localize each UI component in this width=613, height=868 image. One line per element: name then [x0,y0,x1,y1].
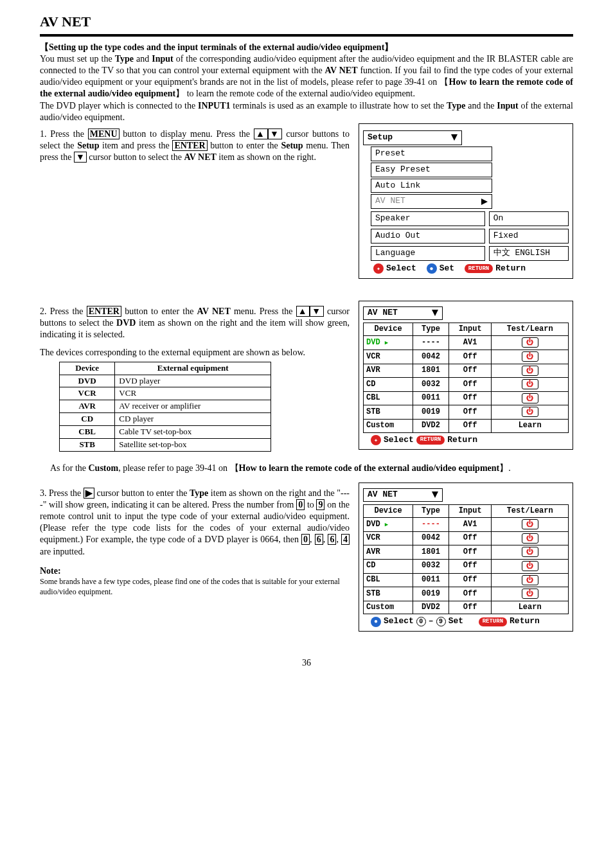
menu-label: AV NET [375,196,405,207]
table-row[interactable]: AVR1801Off⏻ [364,545,569,560]
table-row[interactable]: CD0032Off⏻ [364,559,569,573]
page-title: AV NET [40,13,573,31]
table-row[interactable]: VCR0042Off⏻ [364,350,569,364]
menu-value-speaker: On [489,211,569,226]
menu-label: Auto Link [375,181,420,191]
return-pill-icon: RETURN [465,264,493,273]
menu-value-audio-out: Fixed [489,229,569,244]
joystick-icon: ✦ [371,435,381,445]
table-row[interactable]: CD0032Off⏻ [364,378,569,392]
power-icon[interactable]: ⏻ [522,337,538,348]
avnet-table-2: Device Type Input Test/Learn DVD ▶ ---- … [363,504,569,615]
cell-type: ---- [422,520,440,529]
section-heading: 【Setting up the type codes and the input… [40,42,573,53]
step-3: 3. Press the ▶ cursor button to enter th… [40,488,355,558]
footer-select: Select [386,263,416,274]
menu-item-avnet[interactable]: AV NET [371,194,492,209]
cell-device: DVD [366,338,380,347]
menu-item-easy-preset[interactable]: Easy Preset [371,163,492,177]
cell-type: ---- [413,336,449,350]
step-2a: 2. Press the ENTER button to enter the A… [40,306,355,341]
power-icon[interactable]: ⏻ [522,407,538,417]
footer-return: Return [495,263,526,274]
rule [40,34,573,37]
triangle-right-icon: ▶ [385,340,388,346]
return-pill-icon: RETURN [416,436,445,445]
menu-label: Preset [375,148,405,159]
setup-osd-footer: ✦ Select ● Set RETURN Return [363,263,569,274]
menu-item-speaker[interactable]: Speaker [371,211,485,226]
avnet-osd-footer-2: ● Select0–9 Set RETURN Return [363,616,569,627]
col-input: Input [449,504,491,518]
svg-marker-1 [481,199,488,205]
menu-value-language: 中文 ENGLISH [489,246,569,261]
table-row: CBLCable TV set-top-box [60,426,271,439]
col-device: Device [364,504,413,518]
col-test: Test/Learn [492,323,569,336]
table-row: AVRAV receiver or amplifier [60,400,271,413]
avnet-osd-footer-1: ✦ Select RETURN Return [363,435,569,446]
power-icon[interactable]: ⏻ [522,393,538,403]
avnet-table-1: Device Type Input Test/Learn DVD ▶ ---- … [363,323,569,433]
table-row: STBSatellite set-top-box [60,439,271,452]
power-icon[interactable]: ⏻ [522,561,538,571]
menu-label: Language [375,248,415,259]
col-input: Input [449,323,491,336]
power-icon[interactable]: ⏻ [522,379,538,389]
menu-label: Speaker [375,213,411,224]
power-icon[interactable]: ⏻ [522,351,538,362]
menu-item-audio-out[interactable]: Audio Out [371,229,485,244]
svg-marker-2 [432,310,438,316]
menu-item-language[interactable]: Language [371,246,485,261]
table-row[interactable]: DVD ▶ ---- AV1 ⏻ [364,336,569,350]
table-row[interactable]: CustomDVD2OffLearn [364,601,569,614]
table-row[interactable]: CBL0011Off⏻ [364,573,569,587]
avnet-osd-2: AV NET Device Type Input Test/Learn DVD … [359,483,573,632]
col-device: Device [60,362,115,375]
digit-0-icon: 0 [416,617,426,626]
footer-set: Set [440,263,454,274]
intro-text: You must set up the Type and Input of th… [40,53,573,100]
power-icon[interactable]: ⏻ [522,575,538,585]
triangle-down-icon [432,492,438,498]
cell-input: AV1 [449,336,491,350]
note-body: Some brands have a few type codes, pleas… [40,577,355,597]
menu-item-auto-link[interactable]: Auto Link [371,179,492,193]
power-icon[interactable]: ⏻ [522,533,538,544]
cell-input: AV1 [449,518,491,532]
avnet-osd-1: AV NET Device Type Input Test/Learn DVD … [359,301,573,450]
step-2b: The devices corresponding to the externa… [40,347,355,359]
power-icon[interactable]: ⏻ [522,366,538,376]
avnet-osd-title: AV NET [363,488,443,502]
table-row[interactable]: DVD ▶ ---- AV1 ⏻ [364,518,569,532]
col-type: Type [413,323,449,336]
col-ext: External equipment [115,362,271,375]
triangle-down-icon [432,310,438,316]
device-ext-table: DeviceExternal equipment DVDDVD player V… [59,362,271,452]
table-row[interactable]: CustomDVD2OffLearn [364,419,569,432]
col-device: Device [364,323,413,336]
menu-item-preset[interactable]: Preset [371,146,492,161]
table-row[interactable]: AVR1801Off⏻ [364,364,569,378]
joystick-icon: ✦ [373,263,384,274]
cell-device: DVD [366,520,380,529]
menu-label: Easy Preset [375,164,431,175]
table-row[interactable]: STB0019Off⏻ [364,587,569,601]
setup-osd: Setup Preset Easy Preset Auto Link AV NE… [359,123,573,279]
power-icon[interactable]: ⏻ [522,589,538,599]
power-icon[interactable]: ⏻ [522,519,538,529]
table-row: DVDDVD player [60,375,271,387]
custom-note: As for the Custom, please refer to page … [50,463,573,474]
enter-icon: ● [371,617,381,627]
triangle-right-icon [481,199,488,205]
power-icon[interactable]: ⏻ [522,547,538,557]
note-heading: Note: [40,565,355,577]
table-row[interactable]: STB0019Off⏻ [364,405,569,420]
menu-label: Audio Out [375,231,420,242]
return-pill-icon: RETURN [479,617,507,626]
triangle-down-icon [451,134,458,141]
setup-osd-title: Setup [363,130,462,145]
table-row[interactable]: VCR0042Off⏻ [364,531,569,545]
table-row[interactable]: CBL0011Off⏻ [364,391,569,405]
table-row: VCRVCR [60,387,271,400]
